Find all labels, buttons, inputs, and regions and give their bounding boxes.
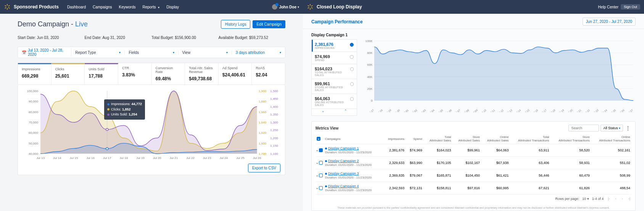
metric-label: Ad Spend — [222, 66, 248, 70]
checkbox-all[interactable] — [317, 137, 320, 141]
col-header[interactable]: Impressions — [383, 134, 406, 144]
nav-reports[interactable]: Reports ▾ — [142, 5, 159, 9]
page-next-icon[interactable]: › — [621, 197, 624, 201]
metric-tab[interactable]: Units Sold17,788 — [85, 63, 118, 84]
nav-keywords[interactable]: Keywords — [119, 5, 136, 9]
svg-text:Jul 22: Jul 22 — [186, 156, 195, 160]
stat-value: $164,023 — [315, 67, 349, 71]
date-range-picker[interactable]: 📅 Jul 13, 2020 - Jul 28, 2020 — [18, 48, 71, 57]
row-checkbox[interactable] — [319, 161, 323, 165]
row-checkbox[interactable] — [319, 186, 323, 190]
metric-tab[interactable]: Ad Spend$24,406.61 — [219, 63, 252, 84]
cell-value: $63,990 — [406, 157, 423, 169]
attribution-select[interactable]: 3 days attribution▾ — [232, 50, 285, 55]
stat-value: $64,063 — [315, 96, 349, 101]
stat-card[interactable]: 2,381,676IMPRESSIONS — [311, 39, 357, 52]
rows-per-page-select[interactable]: 10 ▾ — [582, 197, 589, 201]
col-header[interactable]: StoreAttributed Transactions — [551, 134, 591, 144]
svg-text:100,000: 100,000 — [27, 89, 38, 93]
campaign-link[interactable]: Display Campaign 3 — [328, 172, 359, 175]
campaign-link[interactable]: Display Campaign 4 — [328, 184, 359, 188]
col-header[interactable]: Campaigns — [324, 134, 383, 144]
cell-value: $102,167 — [452, 157, 481, 169]
svg-rect-48 — [310, 8, 311, 10]
col-header[interactable]: StoreAttributed Sales — [452, 134, 481, 144]
cell-value: 58,931 — [551, 157, 591, 169]
stat-card[interactable]: $164,023TOTAL ATTRIBUTED SALES — [311, 64, 357, 79]
stat-card[interactable]: $74,969SPEND — [311, 52, 357, 64]
table-row: ▸Display Campaign 4Duration: 01/01/2020 … — [316, 182, 631, 195]
svg-rect-5 — [8, 7, 10, 9]
metric-tab[interactable]: Conversion Rate69.48% — [152, 63, 185, 84]
date-range-picker[interactable]: Jun 27, 2020 - Jul 27, 2020 — [583, 18, 636, 26]
table-row: ▸Display Campaign 2Duration: 01/01/2020 … — [316, 157, 631, 169]
export-csv-button[interactable]: Export to CSV — [248, 164, 280, 172]
metric-tab[interactable]: Clicks25,601 — [52, 63, 85, 84]
chart-tooltip: Impressions: 44,772 Clicks: 1,852 Units … — [104, 99, 145, 120]
row-checkbox[interactable] — [319, 148, 323, 152]
radio-icon — [350, 67, 354, 71]
expand-row-icon[interactable]: ▸ — [317, 174, 318, 177]
history-logs-button[interactable]: History Logs — [221, 20, 251, 29]
campaign-link[interactable]: Display Campaign 1 — [328, 146, 359, 150]
col-header[interactable]: Spend — [406, 134, 423, 144]
stat-card[interactable]: $64,063ONLINE ATTRIBUTED SALES — [311, 94, 357, 109]
stat-label: TOTAL ATTRIBUTED SALES — [315, 71, 349, 76]
svg-rect-52 — [311, 7, 313, 9]
report-type-select[interactable]: Report Type▾ — [71, 50, 125, 55]
signout-button[interactable]: Sign Out — [621, 4, 640, 10]
svg-text:Jul 19: Jul 19 — [136, 156, 145, 160]
metric-tab[interactable]: RoAS$2.04 — [252, 63, 285, 84]
svg-rect-3 — [5, 7, 6, 9]
col-header[interactable]: TotalAttributed Sales — [423, 134, 452, 144]
nav-campaigns[interactable]: Campaigns — [93, 5, 112, 9]
col-header[interactable]: TotalAttributed Transactions — [510, 134, 550, 144]
user-name[interactable]: John Doe — [279, 5, 296, 9]
svg-text:Jul 20: Jul 20 — [153, 156, 161, 160]
fields-select[interactable]: Fields▾ — [125, 50, 178, 55]
cell-value: $158,811 — [423, 182, 452, 195]
nav-dashboard[interactable]: Dashboard — [67, 5, 86, 9]
expand-row-icon[interactable]: ▸ — [317, 162, 318, 164]
cell-value: $60,995 — [481, 182, 510, 195]
status-filter[interactable]: All Status ▾ — [601, 125, 623, 131]
stat-prev[interactable]: ⌄ — [312, 109, 334, 115]
help-center-link[interactable]: Help Center — [598, 5, 618, 9]
page-last-icon[interactable]: ›| — [627, 197, 631, 201]
svg-text:Jul 25: Jul 25 — [236, 156, 245, 160]
more-menu-icon[interactable]: ⋮ — [625, 125, 631, 131]
line-chart: 40,00050,00060,00070,00080,00090,000100,… — [23, 89, 280, 161]
edit-campaign-button[interactable]: Edit Campaign — [253, 20, 285, 28]
campaign-link[interactable]: Display Campaign 2 — [328, 159, 359, 163]
page-first-icon[interactable]: |‹ — [607, 197, 611, 201]
status-dot — [325, 173, 327, 175]
svg-text:Jul 15: Jul 15 — [70, 156, 78, 160]
svg-text:Jul 26: Jul 26 — [253, 156, 261, 160]
metric-tab[interactable]: Total Attr. Sales Revenue$49,738.68 — [185, 63, 219, 84]
stat-next[interactable]: ⌃ — [334, 109, 357, 115]
svg-text:2020-06-27: 2020-06-27 — [363, 109, 375, 112]
search-input[interactable] — [568, 125, 599, 131]
nav-display[interactable]: Display — [166, 5, 179, 9]
chevron-down-icon[interactable]: ▾ — [298, 5, 299, 9]
col-header[interactable]: OnlineAttributed Sales — [481, 134, 510, 144]
row-checkbox[interactable] — [319, 174, 323, 177]
cell-value: $61,421 — [481, 169, 510, 182]
expand-row-icon[interactable]: ▸ — [317, 149, 318, 152]
filters-bar: 📅 Jul 13, 2020 - Jul 28, 2020 Report Typ… — [18, 47, 285, 58]
metric-tab[interactable]: Impressions669,298 — [18, 63, 52, 84]
view-select[interactable]: View▾ — [179, 50, 232, 55]
svg-text:1,150: 1,150 — [270, 144, 278, 148]
avatar[interactable] — [272, 4, 277, 10]
pagination: Rows per page: 10 ▾ 1-4 of 4 |‹ ‹ › ›| — [316, 195, 631, 201]
available-budget: Available Budget: $59,273.52 — [219, 36, 286, 40]
col-header[interactable]: OnlineAttributed Transactions — [591, 134, 631, 144]
page-prev-icon[interactable]: ‹ — [614, 197, 618, 201]
svg-text:50,000: 50,000 — [29, 142, 39, 145]
metric-tab[interactable]: CTR3.83% — [118, 63, 152, 84]
stat-card[interactable]: $99,961STORE ATTRIBUTED SALES — [311, 79, 357, 94]
metric-label: Clicks — [55, 67, 81, 71]
expand-row-icon[interactable]: ▸ — [317, 187, 318, 190]
radio-icon — [350, 97, 354, 101]
metric-value: 25,601 — [55, 73, 81, 79]
